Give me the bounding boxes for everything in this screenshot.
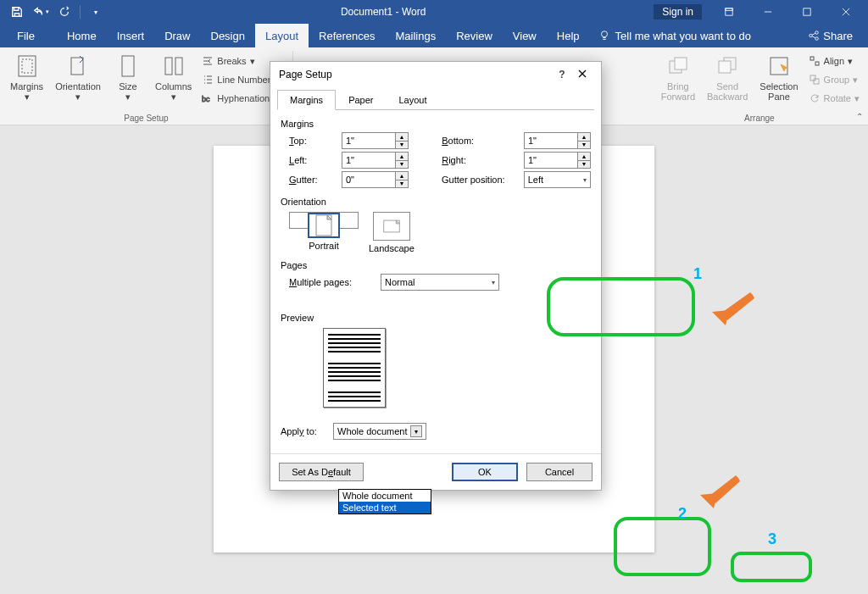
bring-forward-button[interactable]: Bring Forward	[656, 51, 700, 112]
tab-mailings[interactable]: Mailings	[386, 24, 447, 47]
svg-point-9	[815, 37, 819, 41]
top-spinner[interactable]: ▲▼	[342, 132, 409, 149]
landscape-button[interactable]: Landscape	[369, 212, 415, 253]
apply-option-whole[interactable]: Whole document	[339, 490, 431, 502]
svg-rect-16	[165, 58, 172, 75]
svg-line-11	[813, 36, 816, 38]
tab-layout[interactable]: Layout	[255, 24, 309, 47]
preview-section-label: Preview	[281, 313, 591, 323]
maximize-icon[interactable]	[788, 0, 826, 24]
multiple-pages-select[interactable]: Normal▾	[381, 274, 499, 291]
svg-rect-14	[71, 58, 83, 75]
close-icon[interactable]	[827, 0, 865, 24]
undo-icon[interactable]: ▾	[31, 2, 51, 22]
orientation-section-label: Orientation	[281, 197, 591, 207]
svg-rect-26	[810, 75, 815, 80]
align-button[interactable]: Align ▾	[809, 53, 860, 69]
page-setup-dialog: Page Setup ? Margins Paper Layout Margin…	[270, 61, 602, 491]
orientation-button[interactable]: Orientation▾	[50, 51, 106, 112]
tell-me-search[interactable]: Tell me what you want to do	[590, 24, 760, 47]
customize-qat-icon[interactable]: ▾	[86, 2, 106, 22]
tab-file[interactable]: File	[7, 24, 45, 47]
margins-button[interactable]: Margins▾	[5, 51, 48, 112]
svg-rect-15	[122, 56, 134, 76]
document-title: Document1 - Word	[113, 6, 654, 18]
share-button[interactable]: Share	[799, 24, 861, 47]
top-label: Top:	[289, 136, 335, 146]
cancel-button[interactable]: Cancel	[526, 463, 593, 481]
portrait-button[interactable]: Portrait	[289, 212, 359, 229]
tab-home[interactable]: Home	[57, 24, 107, 47]
svg-rect-0	[726, 8, 732, 15]
svg-rect-25	[815, 62, 819, 65]
dialog-tab-layout[interactable]: Layout	[386, 90, 439, 110]
svg-rect-27	[814, 79, 819, 84]
tab-draw[interactable]: Draw	[154, 24, 200, 47]
group-page-setup: Margins▾ Orientation▾ Size▾ Columns▾ Bre…	[0, 47, 292, 125]
svg-point-7	[810, 34, 813, 37]
margins-section-label: Margins	[281, 119, 591, 129]
right-spinner[interactable]: ▲▼	[524, 152, 591, 169]
pages-section-label: Pages	[281, 260, 591, 270]
tab-design[interactable]: Design	[201, 24, 255, 47]
ok-button[interactable]: OK	[452, 463, 518, 481]
gutter-label: Gutter:	[289, 175, 335, 185]
columns-button[interactable]: Columns▾	[150, 51, 197, 112]
ribbon-display-icon[interactable]	[710, 0, 748, 24]
title-bar: ▾ ▾ Document1 - Word Sign in	[0, 0, 868, 24]
tab-references[interactable]: References	[309, 24, 385, 47]
rotate-button[interactable]: Rotate ▾	[809, 90, 860, 107]
gutter-position-label: Gutter position:	[442, 175, 517, 185]
dialog-title: Page Setup	[279, 69, 332, 80]
svg-rect-24	[810, 57, 814, 60]
tab-review[interactable]: Review	[446, 24, 503, 47]
save-icon[interactable]	[7, 2, 27, 22]
apply-to-label: Apply to:	[281, 426, 328, 436]
collapse-ribbon-icon[interactable]: ⌃	[856, 112, 863, 121]
quick-access-toolbar: ▾ ▾	[0, 2, 113, 22]
svg-point-8	[815, 31, 819, 35]
bottom-label: Bottom:	[442, 136, 517, 146]
group-label-arrange: Arrange	[744, 112, 775, 123]
dialog-close-icon[interactable]	[572, 69, 593, 80]
svg-rect-22	[719, 61, 731, 73]
apply-to-dropdown[interactable]: Whole document Selected text	[338, 489, 431, 514]
tab-help[interactable]: Help	[547, 24, 590, 47]
svg-point-6	[601, 31, 607, 37]
redo-icon[interactable]	[54, 2, 75, 22]
lightbulb-icon	[598, 30, 610, 42]
svg-rect-1	[726, 8, 732, 11]
size-button[interactable]: Size▾	[108, 51, 148, 112]
sign-in-button[interactable]: Sign in	[654, 4, 702, 19]
svg-line-10	[813, 33, 816, 35]
svg-rect-3	[804, 8, 810, 15]
bottom-spinner[interactable]: ▲▼	[524, 132, 591, 149]
group-label-page-setup: Page Setup	[124, 112, 168, 123]
share-icon	[808, 30, 820, 42]
dialog-tab-margins[interactable]: Margins	[277, 90, 336, 110]
dialog-tabs: Margins Paper Layout	[277, 89, 594, 110]
left-spinner[interactable]: ▲▼	[342, 152, 409, 169]
svg-rect-13	[22, 59, 32, 73]
gutter-spinner[interactable]: ▲▼	[342, 171, 409, 188]
set-as-default-button[interactable]: Set As Default	[279, 463, 364, 481]
group-button[interactable]: Group ▾	[809, 71, 860, 88]
tab-insert[interactable]: Insert	[107, 24, 155, 47]
minimize-icon[interactable]	[749, 0, 787, 24]
tab-view[interactable]: View	[503, 24, 547, 47]
gutter-position-select[interactable]: Left▾	[524, 171, 591, 188]
preview-thumbnail	[323, 328, 386, 408]
svg-rect-17	[175, 58, 182, 75]
ribbon-tabs: File Home Insert Draw Design Layout Refe…	[0, 24, 868, 47]
dialog-tab-paper[interactable]: Paper	[336, 90, 386, 110]
left-label: Left:	[289, 155, 335, 165]
send-backward-button[interactable]: Send Backward	[702, 51, 753, 112]
dialog-help-icon[interactable]: ?	[552, 69, 572, 80]
right-label: Right:	[442, 155, 517, 165]
selection-pane-button[interactable]: Selection Pane	[754, 51, 803, 112]
group-arrange: Bring Forward Send Backward Selection Pa…	[651, 47, 868, 125]
multiple-pages-label: Multiple pages:	[289, 277, 374, 287]
apply-to-select[interactable]: Whole document▾	[333, 423, 426, 440]
apply-option-selected[interactable]: Selected text	[339, 502, 431, 514]
svg-rect-20	[675, 58, 687, 69]
